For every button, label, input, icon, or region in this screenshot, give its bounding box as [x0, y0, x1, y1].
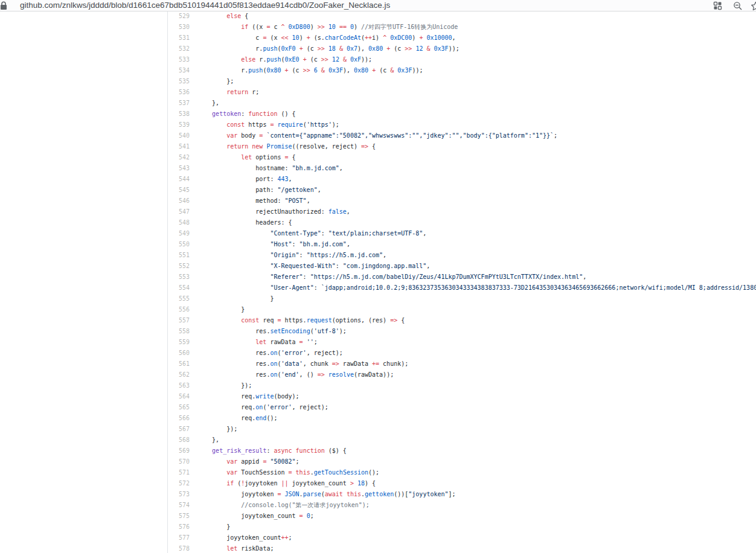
line-number[interactable]: 573: [168, 489, 190, 500]
line-number[interactable]: 548: [168, 217, 190, 228]
lock-icon[interactable]: [0, 1, 8, 10]
code-text: res.on('end', () => resolve(rawData));: [190, 369, 394, 380]
line-number[interactable]: 550: [168, 239, 190, 250]
code-line: 536 return r;: [168, 87, 756, 98]
line-number[interactable]: 558: [168, 326, 190, 337]
code-line: 555 }: [168, 293, 756, 304]
code-text: else {: [190, 11, 248, 22]
line-number[interactable]: 566: [168, 413, 190, 424]
line-number[interactable]: 571: [168, 467, 190, 478]
code-text: port: 443,: [190, 174, 292, 185]
line-number[interactable]: 538: [168, 109, 190, 120]
line-number[interactable]: 564: [168, 391, 190, 402]
code-line: 559 let rawData = '';: [168, 337, 756, 348]
code-line: 568 },: [168, 435, 756, 446]
line-number[interactable]: 565: [168, 402, 190, 413]
line-number[interactable]: 530: [168, 22, 190, 33]
line-number[interactable]: 542: [168, 152, 190, 163]
code-text: let rawData = '';: [190, 337, 318, 348]
code-line: 575 joyytoken_count = 0;: [168, 511, 756, 522]
code-text: headers: {: [190, 217, 292, 228]
code-line: 530 if ((x = c ^ 0xD800) >> 10 == 0) //对…: [168, 22, 756, 33]
line-number[interactable]: 575: [168, 511, 190, 522]
code-line: 543 hostname: "bh.m.jd.com",: [168, 163, 756, 174]
code-text: let riskData;: [190, 543, 274, 553]
line-number[interactable]: 570: [168, 456, 190, 467]
line-number[interactable]: 572: [168, 478, 190, 489]
line-number[interactable]: 552: [168, 261, 190, 272]
code-text: return new Promise((resolve, reject) => …: [190, 141, 376, 152]
browser-address-bar: github.com/znlkws/jdddd/blob/d1661ce67bd…: [0, 0, 756, 11]
address-bar-url[interactable]: github.com/znlkws/jdddd/blob/d1661ce67bd…: [20, 0, 390, 11]
line-number[interactable]: 537: [168, 98, 190, 109]
code-text: let options = {: [190, 152, 296, 163]
line-number[interactable]: 578: [168, 543, 190, 553]
line-number[interactable]: 556: [168, 304, 190, 315]
code-text: if ((x = c ^ 0xD800) >> 10 == 0) //对四字节U…: [190, 22, 458, 33]
line-number[interactable]: 533: [168, 54, 190, 65]
line-number[interactable]: 562: [168, 369, 190, 380]
code-line: 550 "Host": "bh.m.jd.com",: [168, 239, 756, 250]
line-number[interactable]: 554: [168, 283, 190, 293]
line-number[interactable]: 567: [168, 424, 190, 435]
line-number[interactable]: 539: [168, 120, 190, 130]
code-text: "Content-Type": "text/plain;charset=UTF-…: [190, 228, 426, 239]
code-line: 554 "User-Agent": `jdapp;android;10.0.2;…: [168, 283, 756, 293]
code-text: hostname: "bh.m.jd.com",: [190, 163, 343, 174]
line-number[interactable]: 557: [168, 315, 190, 326]
code-text: });: [190, 380, 252, 391]
code-line: 537 },: [168, 98, 756, 109]
line-number[interactable]: 563: [168, 380, 190, 391]
code-text: gettoken: function () {: [190, 109, 296, 120]
line-number[interactable]: 529: [168, 11, 190, 22]
line-number[interactable]: 532: [168, 43, 190, 54]
line-number[interactable]: 574: [168, 500, 190, 511]
line-number[interactable]: 551: [168, 250, 190, 261]
code-line: 564 req.write(body);: [168, 391, 756, 402]
code-line: 545 path: "/gettoken",: [168, 185, 756, 196]
code-line: 573 joyytoken = JSON.parse(await this.ge…: [168, 489, 756, 500]
line-number[interactable]: 547: [168, 206, 190, 217]
line-number[interactable]: 568: [168, 435, 190, 446]
line-number[interactable]: 561: [168, 359, 190, 369]
line-number[interactable]: 543: [168, 163, 190, 174]
code-text: };: [190, 76, 234, 87]
code-line: 561 res.on('data', chunk => rawData += c…: [168, 359, 756, 369]
code-line: 570 var appid = "50082";: [168, 456, 756, 467]
code-text: },: [190, 435, 219, 446]
code-text: if (!joyytoken || joyytoken_count > 18) …: [190, 478, 376, 489]
line-number[interactable]: 541: [168, 141, 190, 152]
code-text: req.write(body);: [190, 391, 300, 402]
code-line: 531 c = (x << 10) + (s.charCodeAt(++i) ^…: [168, 33, 756, 43]
line-number[interactable]: 576: [168, 522, 190, 532]
line-number[interactable]: 553: [168, 272, 190, 283]
line-number[interactable]: 534: [168, 65, 190, 76]
code-line: 541 return new Promise((resolve, reject)…: [168, 141, 756, 152]
code-lines: 529 else {530 if ((x = c ^ 0xD800) >> 10…: [168, 11, 756, 553]
line-number[interactable]: 540: [168, 130, 190, 141]
line-number[interactable]: 544: [168, 174, 190, 185]
code-line: 576 }: [168, 522, 756, 532]
line-number[interactable]: 569: [168, 446, 190, 456]
line-number[interactable]: 577: [168, 532, 190, 543]
code-text: "X-Requested-With": "com.jingdong.app.ma…: [190, 261, 430, 272]
code-line: 565 req.on('error', reject);: [168, 402, 756, 413]
code-line: 533 else r.push(0xE0 + (c >> 12 & 0xF));: [168, 54, 756, 65]
code-line: 553 "Referer": "https://h5.m.jd.com/babe…: [168, 272, 756, 283]
line-number[interactable]: 555: [168, 293, 190, 304]
line-number[interactable]: 535: [168, 76, 190, 87]
code-text: "Host": "bh.m.jd.com",: [190, 239, 350, 250]
code-text: "Origin": "https://h5.m.jd.com",: [190, 250, 386, 261]
line-number[interactable]: 545: [168, 185, 190, 196]
line-number[interactable]: 559: [168, 337, 190, 348]
code-line: 560 res.on('error', reject);: [168, 348, 756, 359]
code-text: get_risk_result: async function ($) {: [190, 446, 347, 456]
line-number[interactable]: 536: [168, 87, 190, 98]
line-number[interactable]: 531: [168, 33, 190, 43]
code-text: else r.push(0xE0 + (c >> 12 & 0xF));: [190, 54, 372, 65]
line-number[interactable]: 549: [168, 228, 190, 239]
code-line: 572 if (!joyytoken || joyytoken_count > …: [168, 478, 756, 489]
line-number[interactable]: 546: [168, 196, 190, 206]
code-line: 540 var body = `content={"appname":"5008…: [168, 130, 756, 141]
line-number[interactable]: 560: [168, 348, 190, 359]
